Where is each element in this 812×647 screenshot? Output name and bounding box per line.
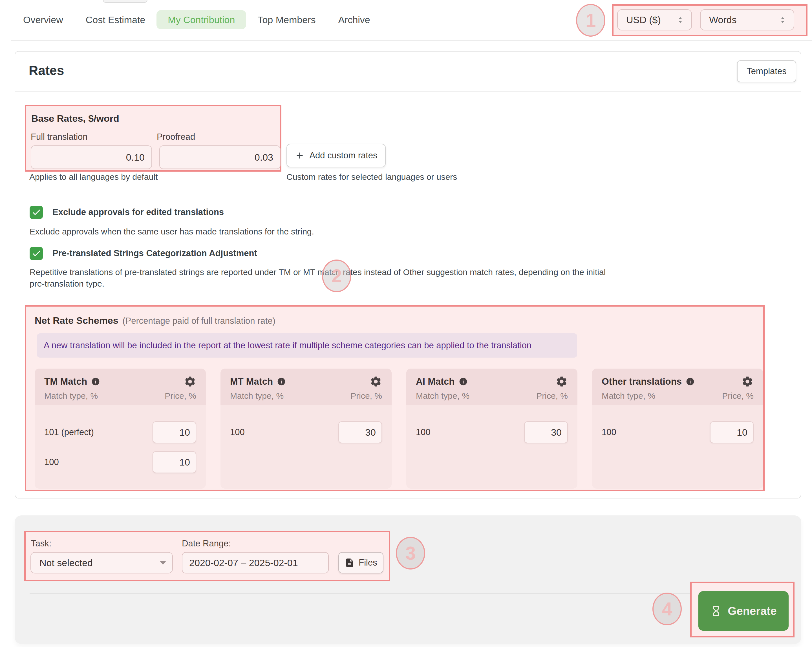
- base-rates-inputs: [31, 145, 275, 169]
- info-icon[interactable]: [686, 377, 695, 386]
- updown-icon: [778, 15, 788, 25]
- card-header: Other translations Match type, % Price, …: [592, 368, 763, 405]
- currency-select[interactable]: USD ($): [617, 9, 692, 30]
- match-type-value: 100: [44, 457, 59, 467]
- tab-my-contribution[interactable]: My Contribution: [156, 10, 246, 29]
- proofread-input[interactable]: [159, 145, 281, 169]
- info-icon[interactable]: [459, 377, 468, 386]
- checkmark-icon: [31, 207, 41, 217]
- pretranslated-adjustment-checkbox[interactable]: [30, 247, 43, 260]
- full-translation-input[interactable]: [31, 145, 152, 169]
- gear-icon[interactable]: [556, 375, 568, 388]
- report-tabs: Overview Cost Estimate My Contribution T…: [23, 10, 370, 29]
- header-divider: [11, 40, 812, 41]
- annotation-box-net-rate-schemes: Net Rate Schemes (Percentage paid of ful…: [25, 305, 765, 491]
- price-input[interactable]: [524, 421, 568, 443]
- base-rates-heading: Base Rates, $/word: [31, 113, 275, 124]
- match-type-column-label: Match type, %: [416, 391, 469, 401]
- date-range-label: Date Range:: [182, 539, 231, 549]
- card-title: MT Match: [230, 376, 273, 387]
- net-rate-schemes-note: (Percentage paid of full translation rat…: [122, 316, 275, 326]
- tab-top-members[interactable]: Top Members: [257, 14, 316, 25]
- document-icon: [345, 558, 355, 568]
- annotation-step-3: 3: [396, 537, 425, 569]
- info-icon[interactable]: [277, 377, 286, 386]
- task-select-value: Not selected: [40, 557, 93, 568]
- price-input[interactable]: [153, 451, 196, 473]
- match-type-value: 100: [230, 427, 245, 437]
- checkmark-icon: [31, 248, 41, 259]
- gear-icon[interactable]: [369, 375, 382, 388]
- templates-button[interactable]: Templates: [737, 60, 796, 82]
- add-custom-rates-label: Add custom rates: [309, 151, 377, 161]
- full-translation-label: Full translation: [31, 132, 150, 142]
- price-input[interactable]: [710, 421, 754, 443]
- card-title: TM Match: [44, 376, 87, 387]
- price-column-label: Price, %: [165, 391, 196, 401]
- pretranslated-adjustment-label: Pre-translated Strings Categorization Ad…: [52, 248, 257, 259]
- net-rate-schemes-title: Net Rate Schemes (Percentage paid of ful…: [35, 315, 763, 326]
- units-select[interactable]: Words: [700, 9, 794, 30]
- net-rate-schemes-heading: Net Rate Schemes: [35, 315, 118, 326]
- rates-panel-header: Rates Templates: [15, 52, 801, 91]
- rate-row: 100: [602, 421, 754, 443]
- generate-button-label: Generate: [728, 605, 777, 617]
- match-type-value: 101 (perfect): [44, 427, 94, 437]
- task-select[interactable]: Not selected: [31, 552, 173, 574]
- net-rate-card-ai-match: AI Match Match type, % Price, % 100: [406, 368, 577, 489]
- rate-row: 100: [230, 421, 382, 443]
- card-body: 100: [406, 405, 577, 443]
- price-input[interactable]: [153, 421, 196, 443]
- tab-overview[interactable]: Overview: [23, 14, 63, 25]
- plus-icon: [295, 151, 305, 161]
- annotation-box-task-daterange: Task: Not selected Date Range: Files: [24, 531, 390, 581]
- net-rate-card-tm-match: TM Match Match type, % Price, % 101 (per…: [35, 368, 206, 489]
- rate-row: 100: [44, 451, 196, 473]
- match-type-value: 100: [602, 427, 616, 437]
- rate-row: 101 (perfect): [44, 421, 196, 443]
- card-header: TM Match Match type, % Price, %: [35, 368, 206, 405]
- price-input[interactable]: [338, 421, 382, 443]
- date-range-input[interactable]: [182, 552, 329, 574]
- annotation-box-generate: Generate: [690, 582, 795, 638]
- annotation-box-base-rates: Base Rates, $/word Full translation Proo…: [25, 105, 281, 172]
- exclude-approvals-description: Exclude approvals when the same user has…: [30, 226, 314, 237]
- info-icon[interactable]: [91, 377, 100, 386]
- currency-select-value: USD ($): [626, 14, 661, 25]
- generate-panel: Task: Not selected Date Range: Files 3 G…: [15, 515, 801, 644]
- net-rate-card-mt-match: MT Match Match type, % Price, % 100: [220, 368, 392, 489]
- card-title: Other translations: [602, 376, 682, 387]
- rates-title: Rates: [29, 63, 64, 78]
- report-generator-page: Overview Cost Estimate My Contribution T…: [0, 0, 812, 647]
- lowest-rate-info-banner: A new translation will be included in th…: [37, 333, 577, 358]
- card-title: AI Match: [416, 376, 455, 387]
- base-rates-hint: Applies to all languages by default: [29, 172, 157, 182]
- net-rate-card-other-translations: Other translations Match type, % Price, …: [592, 368, 763, 489]
- rates-panel: Rates Templates Base Rates, $/word Full …: [15, 51, 801, 498]
- tab-cost-estimate[interactable]: Cost Estimate: [86, 14, 145, 25]
- add-custom-rates-button[interactable]: Add custom rates: [287, 144, 386, 167]
- task-label: Task:: [31, 539, 51, 549]
- custom-rates-hint: Custom rates for selected languages or u…: [287, 172, 457, 182]
- match-type-column-label: Match type, %: [44, 391, 98, 401]
- generate-button[interactable]: Generate: [698, 591, 789, 631]
- exclude-approvals-label: Exclude approvals for edited translation…: [52, 207, 224, 217]
- price-column-label: Price, %: [536, 391, 568, 401]
- match-type-value: 100: [416, 427, 430, 437]
- tab-archive[interactable]: Archive: [338, 14, 370, 25]
- annotation-step-2: 2: [322, 260, 351, 292]
- gear-icon[interactable]: [741, 375, 754, 388]
- price-column-label: Price, %: [351, 391, 382, 401]
- card-body: 100: [592, 405, 763, 443]
- proofread-label: Proofread: [157, 132, 275, 142]
- net-rate-cards: TM Match Match type, % Price, % 101 (per…: [35, 368, 763, 489]
- option-exclude-approvals: Exclude approvals for edited translation…: [30, 206, 224, 219]
- files-button[interactable]: Files: [338, 552, 383, 574]
- price-column-label: Price, %: [722, 391, 754, 401]
- exclude-approvals-checkbox[interactable]: [30, 206, 43, 219]
- rate-row: 100: [416, 421, 568, 443]
- annotation-box-header-controls: USD ($) Words: [612, 4, 807, 36]
- cropped-top-element: [103, 0, 148, 3]
- hourglass-icon: [710, 605, 722, 617]
- gear-icon[interactable]: [184, 375, 196, 388]
